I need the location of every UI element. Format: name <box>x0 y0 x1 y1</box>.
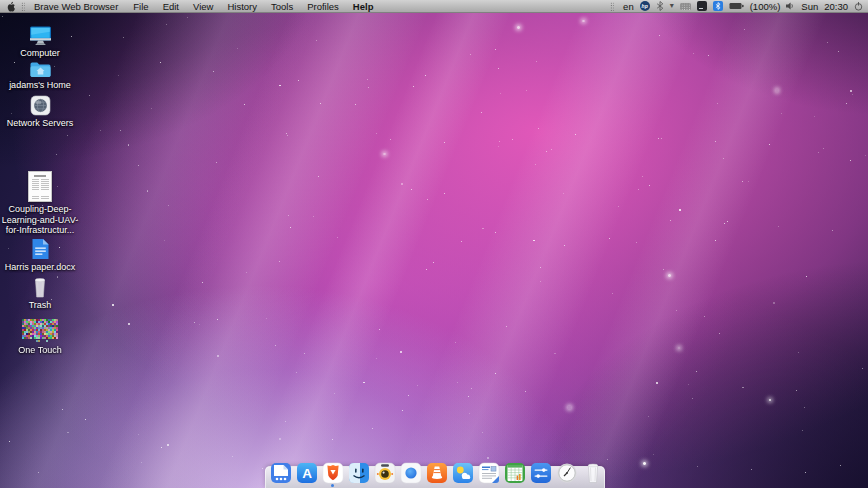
volume-icon[interactable] <box>786 2 795 10</box>
menu-item-edit[interactable]: Edit <box>156 0 186 12</box>
wallpaper <box>0 0 868 488</box>
chevron-down-icon[interactable]: ▾ <box>670 2 674 10</box>
brave-browser-icon <box>322 462 344 484</box>
menu-item-file[interactable]: File <box>126 0 155 12</box>
clock-time[interactable]: 20:30 <box>824 1 848 12</box>
paper-preview-icon <box>28 171 52 202</box>
menu-item-help[interactable]: Help <box>346 0 381 12</box>
desktop-icon-label: Harris paper.docx <box>5 262 76 273</box>
paper-title-line <box>34 175 46 177</box>
apple-icon <box>6 1 16 12</box>
hp-logo-icon[interactable]: hp <box>640 1 650 11</box>
bluetooth-icon[interactable] <box>656 1 664 11</box>
apple-menu[interactable] <box>6 0 18 12</box>
word-document-icon <box>31 238 50 260</box>
desktop-icon-computer[interactable]: Computer <box>0 26 80 59</box>
dock-icons: A <box>270 462 604 484</box>
weather-app-icon <box>452 462 474 484</box>
desktop-icon-coupling-paper[interactable]: Coupling-Deep-Learning-and-UAV-for-Infra… <box>0 171 80 236</box>
blue-dot-app-icon <box>400 462 422 484</box>
dock-app-store[interactable]: A <box>296 462 318 484</box>
battery-icon[interactable] <box>729 2 744 10</box>
dock-weather-app[interactable] <box>452 462 474 484</box>
power-icon[interactable] <box>854 2 863 11</box>
app-store-glyph: A <box>302 466 312 481</box>
menu-item-profiles[interactable]: Profiles <box>300 0 346 12</box>
desktop-icon-network-servers[interactable]: Network Servers <box>0 95 80 129</box>
desktop-icon-home[interactable]: jadams's Home <box>0 60 80 91</box>
desktop-icon-one-touch[interactable]: One Touch <box>0 319 80 356</box>
star-field <box>0 0 868 488</box>
desktop-icon-label: Coupling-Deep-Learning-and-UAV-for-Infra… <box>0 204 80 236</box>
paper-columns <box>32 179 49 199</box>
dock-writer-app[interactable] <box>478 462 500 484</box>
paper-column <box>41 179 49 199</box>
active-app-name[interactable]: Brave Web Browser <box>28 0 126 12</box>
dock-settings-sliders-app[interactable] <box>530 462 552 484</box>
clock-day[interactable]: Sun <box>801 1 818 12</box>
menu-bar: Brave Web Browser File Edit View History… <box>0 0 868 13</box>
desktop-icon-label: jadams's Home <box>9 80 71 91</box>
desktop-icon-trash[interactable]: Trash <box>0 277 80 311</box>
dock-brave-browser[interactable] <box>322 462 344 484</box>
desktop-icon-label: One Touch <box>18 345 61 356</box>
globe-server-icon <box>30 95 51 116</box>
keyboard-layout-indicator[interactable]: en <box>623 1 634 12</box>
menu-item-view[interactable]: View <box>186 0 220 12</box>
battery-percent[interactable]: (100%) <box>750 1 781 12</box>
clock-app-icon <box>556 462 578 484</box>
settings-sliders-icon <box>530 462 552 484</box>
terminal-icon[interactable] <box>697 1 707 11</box>
paper-column <box>32 179 40 199</box>
notes-app-icon <box>270 462 292 484</box>
dock-blue-dot-app[interactable] <box>400 462 422 484</box>
dock-clock-app[interactable] <box>556 462 578 484</box>
trash-can-icon <box>31 277 49 298</box>
tray-grip-icon[interactable] <box>610 2 614 11</box>
computer-display-icon <box>29 26 52 46</box>
desktop-icon-label: Network Servers <box>7 118 74 129</box>
menu-grip-icon[interactable] <box>21 2 25 11</box>
vlc-player-icon <box>426 462 448 484</box>
dock-spreadsheet-app[interactable] <box>504 462 526 484</box>
spreadsheet-app-icon <box>504 462 526 484</box>
writer-app-icon <box>478 462 500 484</box>
dock-camera-app[interactable] <box>374 462 396 484</box>
desktop-icon-label: Trash <box>29 300 52 311</box>
dock-finder[interactable] <box>348 462 370 484</box>
dock-trash-icon <box>582 462 604 484</box>
keyboard-icon[interactable] <box>680 3 691 10</box>
app-store-icon: A <box>296 462 318 484</box>
desktop-icon-label: Computer <box>20 48 60 59</box>
dock-trash[interactable] <box>582 462 604 484</box>
menu-item-tools[interactable]: Tools <box>264 0 300 12</box>
dock-vlc-player[interactable] <box>426 462 448 484</box>
bluetooth-tray-icon[interactable] <box>713 1 723 11</box>
finder-icon <box>348 462 370 484</box>
dock-notes-app[interactable] <box>270 462 292 484</box>
camera-app-icon <box>374 462 396 484</box>
menu-item-history[interactable]: History <box>220 0 264 12</box>
desktop-icon-harris-paper[interactable]: Harris paper.docx <box>0 238 80 273</box>
running-indicator-dot <box>331 484 334 487</box>
home-folder-icon <box>29 60 52 78</box>
noise-thumbnail-icon <box>22 319 58 343</box>
desktop-screen: Brave Web Browser File Edit View History… <box>0 0 868 488</box>
